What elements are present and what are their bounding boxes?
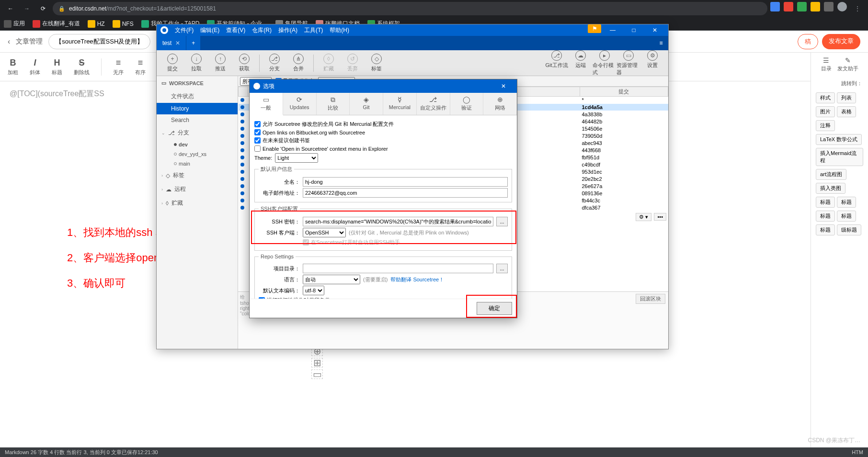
- insert-tag[interactable]: 列表: [837, 92, 856, 103]
- more-button[interactable]: •••: [654, 213, 666, 221]
- browse-sshkey-button[interactable]: ...: [496, 217, 508, 226]
- insert-tag[interactable]: 标题: [816, 197, 835, 208]
- explorer-button[interactable]: ▭资源管理器: [617, 50, 640, 76]
- search-item[interactable]: Search: [157, 114, 238, 126]
- email-input[interactable]: [303, 188, 508, 198]
- tab-menu-icon[interactable]: ≡: [654, 36, 668, 50]
- tab-network[interactable]: ⊕网络: [483, 93, 517, 115]
- bookmark[interactable]: 在线翻译_有道: [33, 20, 80, 28]
- insert-widgets[interactable]: ⊕ ⊞ ▭: [311, 345, 323, 381]
- rollback-button[interactable]: 回滚区块: [636, 294, 665, 304]
- menu-file[interactable]: 文件(F): [175, 26, 194, 34]
- branch-dev[interactable]: dev: [157, 140, 238, 149]
- toc-button[interactable]: ☰目录: [821, 56, 832, 72]
- ol-button[interactable]: ≡有序: [135, 57, 146, 76]
- bookmark[interactable]: NFS: [113, 20, 134, 28]
- back-chevron-icon[interactable]: ‹: [8, 37, 10, 46]
- url-bar[interactable]: 🔒 editor.csdn.net/md?not_checkout=1&arti…: [53, 2, 767, 15]
- gear-dropdown[interactable]: ⚙ ▾: [636, 213, 651, 221]
- insert-tag[interactable]: 注释: [816, 120, 835, 131]
- insert-tag[interactable]: 图片: [816, 106, 835, 117]
- enc-select[interactable]: utf-8: [303, 286, 324, 295]
- branch-dev-yyd[interactable]: dev_yyd_xs: [157, 149, 238, 159]
- helper-button[interactable]: ✎发文助手: [837, 56, 858, 72]
- ext-icon[interactable]: [784, 2, 793, 11]
- tags-group[interactable]: › ◇ 标签: [157, 168, 238, 182]
- settings-button[interactable]: ⚙设置: [640, 50, 664, 76]
- insert-tag[interactable]: 表格: [837, 106, 856, 117]
- fullname-input[interactable]: [303, 177, 508, 187]
- theme-select[interactable]: Light: [275, 153, 318, 163]
- bold-button[interactable]: B加粗: [8, 57, 18, 76]
- stashes-group[interactable]: › ◊ 贮藏: [157, 196, 238, 210]
- cb-bitbucket-links[interactable]: Open links on Bitbucket.org with Sourcet…: [254, 129, 512, 135]
- file-status-item[interactable]: 文件状态: [157, 90, 238, 103]
- pull-button[interactable]: ↓拉取: [184, 54, 208, 72]
- branch-main[interactable]: main: [157, 159, 238, 168]
- merge-button[interactable]: ⋔合并: [286, 54, 310, 72]
- nav-reload-icon[interactable]: ⟳: [36, 2, 50, 15]
- ext-icon[interactable]: [770, 2, 780, 11]
- menu-help[interactable]: 帮助(H): [330, 26, 349, 34]
- browse-projdir-button[interactable]: ...: [496, 264, 508, 273]
- tab-mercurial[interactable]: ☿Mercurial: [383, 93, 417, 115]
- bookmark[interactable]: 应用: [4, 20, 25, 28]
- tab-updates[interactable]: ⟳Updates: [283, 93, 317, 115]
- notification-flag-icon[interactable]: ⚑: [588, 24, 601, 33]
- cb-bookmark-suggest[interactable]: 在未来提议创建书签: [254, 137, 512, 144]
- publish-button[interactable]: 发布文章: [822, 34, 860, 49]
- insert-tag[interactable]: 样式: [816, 92, 835, 103]
- profile-icon[interactable]: [837, 2, 847, 11]
- repo-tab[interactable]: test✕: [157, 36, 186, 50]
- strike-button[interactable]: S删除线: [74, 57, 90, 76]
- gitflow-button[interactable]: ⎇Git工作流: [545, 50, 569, 76]
- lang-select[interactable]: 自动: [303, 275, 360, 284]
- menu-icon[interactable]: ⋮: [851, 2, 864, 15]
- commit-button[interactable]: +提交: [160, 54, 184, 72]
- menu-tools[interactable]: 工具(T): [304, 26, 323, 34]
- save-draft-button[interactable]: 稿: [798, 34, 818, 49]
- menu-repo[interactable]: 仓库(R): [252, 26, 272, 34]
- ext-icon[interactable]: [824, 2, 834, 11]
- discard-button[interactable]: ↺丢弃: [341, 54, 365, 72]
- cmd-button[interactable]: ▸命令行模式: [593, 50, 617, 76]
- ext-icon[interactable]: [811, 2, 820, 11]
- tab-auth[interactable]: ◯验证: [450, 93, 484, 115]
- insert-tag[interactable]: 插入类图: [816, 183, 845, 194]
- insert-tag[interactable]: LaTeX 数学公式: [816, 134, 862, 145]
- insert-tag[interactable]: art流程图: [816, 169, 846, 180]
- bookmark[interactable]: HZ: [88, 20, 105, 28]
- insert-tag[interactable]: 标题: [837, 211, 856, 222]
- tab-git[interactable]: ◈Git: [350, 93, 383, 115]
- tab-compare[interactable]: ⧉比较: [317, 93, 350, 115]
- tab-custom[interactable]: ⎇自定义操作: [417, 93, 450, 115]
- ul-button[interactable]: ≡无序: [113, 57, 124, 76]
- menu-action[interactable]: 操作(A): [278, 26, 297, 34]
- back-link[interactable]: 文章管理: [16, 37, 43, 46]
- fetch-button[interactable]: ⟲获取: [232, 54, 256, 72]
- insert-tag[interactable]: 标题: [816, 224, 835, 235]
- projdir-input[interactable]: [303, 264, 493, 273]
- minimize-button[interactable]: —: [603, 24, 622, 36]
- branches-group[interactable]: ⌄ ⎇ 分支: [157, 126, 238, 140]
- sshkey-input[interactable]: [303, 217, 493, 226]
- italic-button[interactable]: I斜体: [30, 57, 40, 76]
- stash-button[interactable]: ◊贮藏: [317, 54, 341, 72]
- dialog-close-button[interactable]: ✕: [494, 83, 513, 89]
- insert-tag[interactable]: 标题: [837, 197, 856, 208]
- menu-view[interactable]: 查看(V): [226, 26, 245, 34]
- new-tab-button[interactable]: +: [186, 36, 201, 50]
- branch-button[interactable]: ⎇分支: [263, 54, 286, 72]
- nav-back-icon[interactable]: ←: [4, 2, 17, 15]
- close-tab-icon[interactable]: ✕: [175, 40, 180, 46]
- sshclient-select[interactable]: OpenSSH: [303, 228, 346, 237]
- maximize-button[interactable]: □: [624, 24, 643, 36]
- remotes-group[interactable]: › ☁ 远程: [157, 182, 238, 196]
- col-commit[interactable]: 提交: [580, 87, 668, 97]
- push-button[interactable]: ↑推送: [208, 54, 232, 72]
- cb-explorer-menu[interactable]: Enable 'Open in Sourcetree' context menu…: [254, 145, 512, 152]
- cb-allow-modify[interactable]: 允许 Sourcetree 修改您的全局 Git 和 Mercurial 配置文…: [254, 121, 512, 128]
- remote-button[interactable]: ☁远端: [569, 50, 593, 76]
- header-button[interactable]: H标题: [52, 57, 62, 76]
- tag-button[interactable]: ◇标签: [365, 54, 388, 72]
